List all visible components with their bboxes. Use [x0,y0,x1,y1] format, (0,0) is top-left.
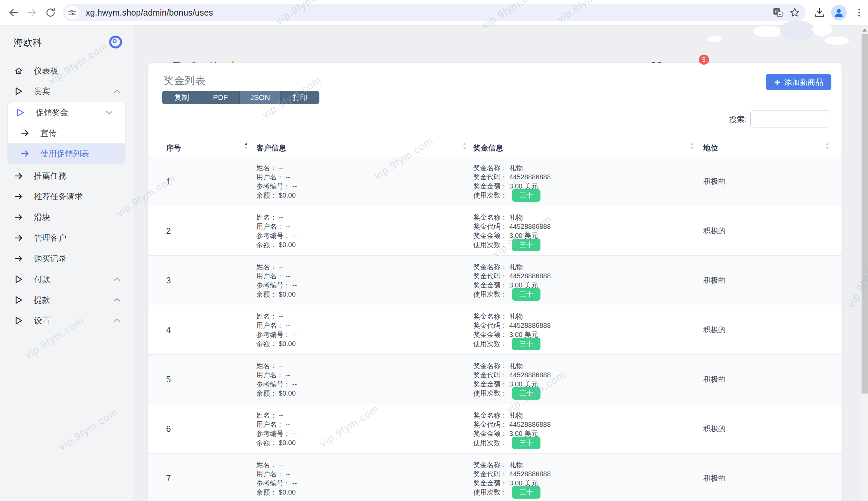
arrow-right-icon [14,213,23,222]
bonus-info-cell: 奖金名称：礼物 奖金代码：44528886888 奖金金额：3.00 美元 使用… [473,361,551,399]
uses-count-badge[interactable]: 三十 [512,288,540,301]
bonus-name-line: 奖金名称：礼物 [473,262,551,271]
bonus-uses-line: 使用次数：三十 [473,239,551,251]
customer-name-line: 姓名：-- [256,312,297,321]
json-button[interactable]: JSON [240,91,281,104]
browser-toolbar: xg.hwym.shop/admin/bonus/uses G [0,0,868,25]
notification-badge[interactable]: 5 [699,55,709,65]
column-header-index[interactable]: 序号 [166,143,181,153]
bonus-code-line: 奖金代码：44528886888 [473,271,551,281]
sidebar-item-referral-task-request[interactable]: 推荐任务请求 [0,186,133,207]
address-bar[interactable]: xg.hwym.shop/admin/bonus/uses G [63,4,806,21]
sidebar-item-publicity[interactable]: 宣传 [8,123,125,143]
triangle-icon [14,275,23,284]
table-header: 序号 ▲▼ 客户信息 ▲▼ 奖金信息 ▲▼ 地位 ▲▼ [148,138,841,157]
sidebar-item-manage-customers[interactable]: 管理客户 [0,227,133,248]
menu-kebab-icon[interactable] [854,7,866,19]
sort-carets-bonus[interactable]: ▲▼ [689,141,695,150]
bookmark-star-icon[interactable] [789,7,800,18]
bonus-uses-line: 使用次数：三十 [473,486,551,499]
column-header-status[interactable]: 地位 [703,143,718,153]
search-input[interactable] [750,110,831,127]
bonus-uses-line: 使用次数：三十 [473,387,551,399]
forward-button[interactable] [27,7,38,18]
customer-balance-line: 余额：$0.00 [256,389,297,398]
customer-ref-line: 参考编号：-- [256,479,297,488]
sidebar-item-referral-task[interactable]: 推薦任務 [0,166,133,186]
sort-carets-customer[interactable]: ▲▼ [462,141,468,150]
customer-info-cell: 姓名：-- 用户名：-- 参考编号：-- 余额：$0.00 [256,163,297,200]
sidebar-item-withdrawals[interactable]: 提款 [0,289,133,310]
status-cell: 积极的 [703,256,726,305]
chevron-up-icon [113,277,121,281]
page-title: 奖金列表 [163,74,205,88]
customer-ref-line: 参考编号：-- [256,231,297,240]
arrow-right-icon-blue [21,149,30,158]
sidebar-item-promo-bonus[interactable]: 促销奖金 [8,103,125,123]
pdf-button[interactable]: PDF [201,91,240,104]
customer-username-line: 用户名：-- [256,371,297,380]
bonus-info-cell: 奖金名称：礼物 奖金代码：44528886888 奖金金额：3.00 美元 使用… [473,262,551,301]
copy-button[interactable]: 复制 [162,91,201,104]
url-text[interactable]: xg.hwym.shop/admin/bonus/uses [86,8,213,18]
bonus-uses-line: 使用次数：三十 [473,437,551,449]
bonus-info-cell: 奖金名称：礼物 奖金代码：44528886888 奖金金额：3.00 美元 使用… [473,213,551,251]
site-info-icon[interactable] [65,6,79,19]
print-button[interactable]: 打印 [281,91,319,104]
status-cell: 积极的 [703,404,726,454]
search-label: 搜索: [711,114,747,125]
chevron-down-icon [105,110,113,115]
customer-ref-line: 参考编号：-- [256,281,297,290]
sidebar-item-settings[interactable]: 设置 [0,310,133,331]
table-row: 1 姓名：-- 用户名：-- 参考编号：-- 余额：$0.00 奖金名称：礼物 … [148,157,841,206]
arrow-right-icon [21,129,30,138]
download-icon[interactable] [813,7,826,19]
uses-count-badge[interactable]: 三十 [512,189,540,202]
customer-username-line: 用户名：-- [256,420,297,429]
sidebar-item-dashboard[interactable]: 仪表板 [0,61,133,81]
sort-carets-status[interactable]: ▲▼ [824,141,830,150]
uses-count-badge[interactable]: 三十 [512,486,540,499]
customer-balance-line: 余额：$0.00 [256,339,297,349]
sidebar-collapse-icon[interactable] [109,35,122,49]
translate-icon[interactable]: G [772,7,783,18]
sidebar-item-payments[interactable]: 付款 [0,269,133,289]
customer-username-line: 用户名：-- [256,222,297,231]
uses-count-badge[interactable]: 三十 [512,437,540,449]
row-index: 7 [166,454,171,501]
table-row: 4 姓名：-- 用户名：-- 参考编号：-- 余额：$0.00 奖金名称：礼物 … [148,305,841,354]
uses-count-badge[interactable]: 三十 [512,387,540,399]
column-header-bonus[interactable]: 奖金信息 [473,143,503,153]
back-button[interactable] [8,7,19,18]
customer-info-cell: 姓名：-- 用户名：-- 参考编号：-- 余额：$0.00 [256,460,297,497]
main-area: 英语 5 奖金列表 + 添加新商品 复制 PDF JSON 打印 搜索: 序号 … [133,25,861,501]
customer-ref-line: 参考编号：-- [256,380,297,389]
uses-count-badge[interactable]: 三十 [512,338,540,350]
sort-carets-index[interactable]: ▲▼ [243,141,249,150]
scrollbar-up-arrow[interactable] [862,29,867,32]
bonus-uses-line: 使用次数：三十 [473,189,551,202]
sidebar-item-slider[interactable]: 滑块 [0,207,133,227]
customer-info-cell: 姓名：-- 用户名：-- 参考编号：-- 余额：$0.00 [256,213,297,249]
table-body: 1 姓名：-- 用户名：-- 参考编号：-- 余额：$0.00 奖金名称：礼物 … [148,157,841,501]
sidebar-header: 海欧科 [0,25,133,58]
refresh-button[interactable] [45,7,56,18]
bonus-code-line: 奖金代码：44528886888 [473,469,551,479]
column-header-customer[interactable]: 客户信息 [256,143,286,153]
scrollbar[interactable] [861,25,868,501]
uses-count-badge[interactable]: 三十 [512,239,540,251]
arrow-right-icon [14,171,23,180]
sidebar-item-vip[interactable]: 贵宾 [0,81,133,102]
scrollbar-thumb[interactable] [861,34,868,394]
customer-username-line: 用户名：-- [256,321,297,330]
bonus-code-line: 奖金代码：44528886888 [473,321,551,330]
arrow-right-icon [14,192,23,201]
add-new-product-button[interactable]: + 添加新商品 [766,74,832,90]
customer-name-line: 姓名：-- [256,163,297,172]
bonus-info-cell: 奖金名称：礼物 奖金代码：44528886888 奖金金额：3.00 美元 使用… [473,312,551,350]
sidebar-item-use-promo-list[interactable]: 使用促销列表 [8,143,125,164]
chevron-up-icon [113,298,121,302]
row-index: 5 [166,354,171,404]
sidebar-item-purchase-records[interactable]: 购买记录 [0,248,133,269]
profile-avatar[interactable] [831,5,847,20]
